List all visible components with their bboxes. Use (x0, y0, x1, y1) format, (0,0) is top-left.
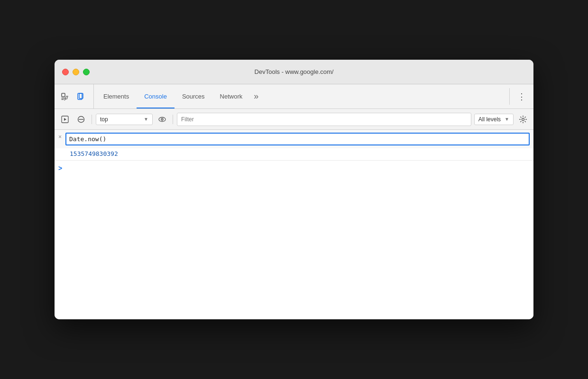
tab-network[interactable]: Network (212, 84, 250, 108)
levels-chevron-icon: ▼ (505, 117, 509, 122)
devtools-menu-button[interactable]: ⋮ (514, 84, 530, 108)
console-prompt-row: > (55, 161, 533, 176)
tab-console[interactable]: Console (137, 84, 175, 108)
maximize-button[interactable] (83, 69, 90, 75)
window-title: DevTools - www.google.com/ (255, 68, 334, 75)
svg-marker-5 (64, 118, 66, 121)
toolbar-icons (58, 84, 94, 108)
tab-separator (509, 88, 510, 105)
context-selector[interactable]: top ▼ (96, 114, 153, 125)
toolbar-separator-1 (92, 115, 92, 124)
minimize-button[interactable] (73, 69, 79, 75)
console-entry-1: × 1535749830392 (55, 130, 533, 161)
more-tabs-button[interactable]: » (250, 84, 262, 108)
console-entry-input[interactable] (65, 133, 530, 145)
svg-rect-0 (62, 93, 65, 97)
svg-point-10 (162, 119, 163, 120)
traffic-lights (62, 69, 90, 75)
settings-gear-icon[interactable] (516, 113, 530, 126)
devtools-window: DevTools - www.google.com/ (55, 60, 533, 319)
svg-point-3 (79, 98, 80, 99)
console-prompt-input[interactable] (66, 165, 530, 172)
log-levels-selector[interactable]: All levels ▼ (474, 114, 514, 125)
entry-close-icon[interactable]: × (58, 133, 62, 140)
context-chevron-icon: ▼ (144, 117, 148, 122)
console-entry-input-row: × (55, 130, 533, 148)
inspect-icon[interactable] (58, 90, 72, 103)
svg-point-11 (522, 118, 524, 120)
console-toolbar: top ▼ All levels ▼ (55, 109, 533, 130)
svg-rect-2 (79, 93, 83, 99)
execute-button[interactable] (58, 113, 72, 126)
console-area: × 1535749830392 > (55, 130, 533, 319)
tab-bar: Elements Console Sources Network » ⋮ (55, 84, 533, 109)
close-button[interactable] (62, 69, 69, 75)
titlebar: DevTools - www.google.com/ (55, 60, 533, 84)
prompt-chevron-icon: > (58, 164, 62, 172)
console-entry-result: 1535749830392 (55, 148, 533, 160)
clear-console-button[interactable] (74, 113, 88, 126)
eye-icon[interactable] (156, 113, 169, 126)
filter-input[interactable] (177, 113, 471, 126)
tab-elements[interactable]: Elements (96, 84, 137, 108)
tab-sources[interactable]: Sources (175, 84, 212, 108)
toolbar-separator-2 (173, 115, 173, 124)
main-tabs: Elements Console Sources Network » (96, 84, 505, 108)
device-toggle-icon[interactable] (74, 90, 88, 103)
